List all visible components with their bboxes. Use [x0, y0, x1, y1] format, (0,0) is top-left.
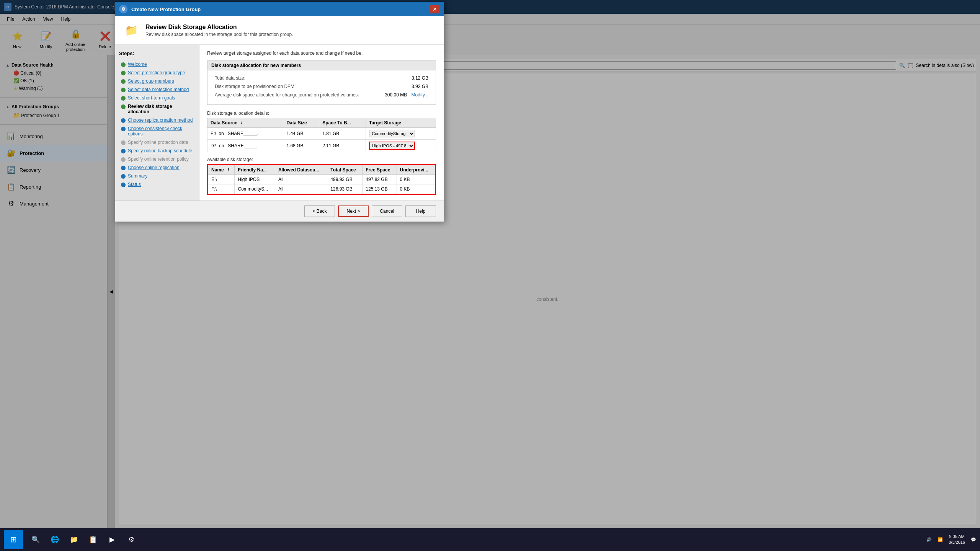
new-members-title: Disk storage allocation for new members	[207, 61, 436, 70]
step-dot-summary	[121, 174, 126, 179]
modify-link[interactable]: Modify...	[412, 92, 428, 98]
step-label-method: Select data protection method	[128, 87, 189, 92]
taskbar-volume-icon[interactable]: 🔊	[926, 537, 932, 542]
col-target-storage: Target Storage	[366, 118, 436, 128]
step-label-consistency: Choose consistency check options	[128, 126, 193, 137]
dialog-title: Create New Protection Group	[131, 7, 201, 12]
step-label-summary: Summary	[128, 173, 147, 179]
taskbar-dpm-icon[interactable]: ⚙	[123, 531, 140, 548]
taskbar-folder-icon[interactable]: 📁	[65, 531, 82, 548]
step-dot-welcome	[121, 62, 126, 67]
taskbar-terminal-icon[interactable]: ▶	[104, 531, 121, 548]
avail-row2-friendly: CommodityS...	[235, 184, 275, 194]
row2-space: 2.11 GB	[319, 140, 366, 152]
step-label-welcome: Welcome	[128, 62, 147, 67]
row2-source: D:\ on SHARE⎯⎯⎯⎯⎯...	[207, 140, 283, 152]
taskbar-network-icon[interactable]: 📶	[938, 537, 943, 542]
start-button[interactable]: ⊞	[4, 530, 23, 549]
taskbar-time: 9:05 AM	[949, 534, 965, 540]
provision-value: 3.92 GB	[378, 83, 430, 90]
step-dot-status	[121, 183, 126, 187]
avail-row1-allowed: All	[275, 175, 327, 184]
step-dot-method	[121, 88, 126, 92]
step-label-review-disk: Review disk storage allocation	[128, 104, 193, 114]
cancel-button[interactable]: Cancel	[372, 205, 402, 217]
step-consistency[interactable]: Choose consistency check options	[119, 124, 195, 138]
step-replica[interactable]: Choose replica creation method	[119, 116, 195, 124]
avail-row1-friendly: High IPOS	[235, 175, 275, 184]
step-dot-retention	[121, 157, 126, 162]
avail-col-allowed: Allowed Datasou...	[275, 165, 327, 175]
step-online-replication[interactable]: Choose online replication	[119, 163, 195, 172]
step-welcome[interactable]: Welcome	[119, 60, 195, 68]
row1-target-cell: CommodityStorag	[366, 128, 436, 140]
avail-col-free: Free Space	[363, 165, 397, 175]
dialog-header: 📁 Review Disk Storage Allocation Review …	[115, 16, 444, 45]
next-button[interactable]: Next >	[338, 205, 369, 217]
taskbar-clipboard-icon[interactable]: 📋	[85, 531, 101, 548]
step-label-members: Select group members	[128, 78, 174, 84]
col-space-to-be: Space To B...	[319, 118, 366, 128]
provision-label: Disk storage to be provisioned on DPM:	[213, 83, 377, 90]
back-button[interactable]: < Back	[304, 205, 335, 217]
step-dot-online-backup	[121, 149, 126, 153]
step-dot-online-replication	[121, 166, 126, 170]
taskbar-edge-icon[interactable]: 🌐	[46, 531, 63, 548]
avg-disk-row: Average disk space allocated for change …	[213, 91, 430, 99]
dialog-close-button[interactable]: ✕	[430, 5, 440, 13]
dialog-footer: < Back Next > Cancel Help	[115, 201, 444, 222]
avail-header-row: Name / Friendly Na... Allowed Datasou...…	[208, 165, 435, 175]
taskbar: ⊞ 🔍 🌐 📁 📋 ▶ ⚙ 🔊 📶 9:05 AM 8/3/2016 💬	[0, 528, 980, 551]
avail-row1-free: 497.82 GB	[363, 175, 397, 184]
avg-disk-label: Average disk space allocated for change …	[213, 91, 377, 99]
dialog-title-bar: ⚙ Create New Protection Group ✕	[115, 2, 444, 16]
avail-row1-total: 499.93 GB	[327, 175, 363, 184]
step-select-method[interactable]: Select data protection method	[119, 85, 195, 94]
step-short-term[interactable]: Select short-term goals	[119, 94, 195, 102]
taskbar-notification-icon[interactable]: 💬	[971, 537, 976, 542]
step-dot-short-term	[121, 96, 126, 101]
step-select-pg-type[interactable]: Select protection group type	[119, 68, 195, 77]
step-online-protection: Specify online protection data	[119, 138, 195, 147]
step-label-short-term: Select short-term goals	[128, 95, 175, 101]
dialog-title-icon: ⚙	[119, 5, 127, 13]
available-table: Name / Friendly Na... Allowed Datasou...…	[208, 165, 435, 194]
row1-target-select[interactable]: CommodityStorag	[369, 130, 415, 137]
step-summary[interactable]: Summary	[119, 172, 195, 180]
step-status[interactable]: Status	[119, 180, 195, 189]
total-size-row: Total data size: 3.12 GB	[213, 74, 430, 82]
avg-disk-cell: 300.00 MB Modify...	[378, 91, 430, 99]
step-label-retention: Specify online retention policy	[128, 156, 189, 162]
step-select-members[interactable]: Select group members	[119, 77, 195, 85]
avail-row2-free: 125.13 GB	[363, 184, 397, 194]
avail-row2-name: F:\	[208, 184, 235, 194]
avail-row1-under: 0 KB	[397, 175, 435, 184]
table-row: E:\ on SHARE⎯⎯⎯⎯⎯... 1.44 GB 1.81 GB Com…	[207, 128, 436, 140]
taskbar-date: 8/3/2016	[949, 540, 965, 545]
avail-col-friendly: Friendly Na...	[235, 165, 275, 175]
row1-data-size: 1.44 GB	[283, 128, 319, 140]
step-online-backup[interactable]: Specify online backup schedule	[119, 147, 195, 155]
row2-data-size: 1.68 GB	[283, 140, 319, 152]
avg-disk-value: 300.00 MB	[385, 92, 407, 98]
avail-row2-under: 0 KB	[397, 184, 435, 194]
total-size-value: 3.12 GB	[378, 74, 430, 82]
steps-label: Steps:	[119, 51, 195, 56]
avail-col-total: Total Space	[327, 165, 363, 175]
step-review-disk[interactable]: Review disk storage allocation	[119, 102, 195, 116]
details-table: Data Source / Data Size Space To B... Ta…	[207, 118, 436, 152]
details-table-head: Data Source / Data Size Space To B... Ta…	[207, 118, 436, 128]
avail-row2-total: 126.93 GB	[327, 184, 363, 194]
taskbar-search-icon[interactable]: 🔍	[27, 531, 44, 548]
help-button[interactable]: Help	[405, 205, 436, 217]
row1-source: E:\ on SHARE⎯⎯⎯⎯⎯...	[207, 128, 283, 140]
details-table-body: E:\ on SHARE⎯⎯⎯⎯⎯... 1.44 GB 1.81 GB Com…	[207, 128, 436, 152]
new-members-section: Disk storage allocation for new members …	[207, 60, 436, 105]
available-label: Available disk storage:	[207, 157, 436, 162]
step-dot-consistency	[121, 127, 126, 131]
step-label-online-replication: Choose online replication	[128, 165, 180, 170]
row2-target-select[interactable]: High IPOS - 497.8...	[369, 142, 415, 150]
table-row: E:\ High IPOS All 499.93 GB 497.82 GB 0 …	[208, 175, 435, 184]
step-label-online-protection: Specify online protection data	[128, 140, 188, 145]
step-label-status: Status	[128, 182, 141, 187]
